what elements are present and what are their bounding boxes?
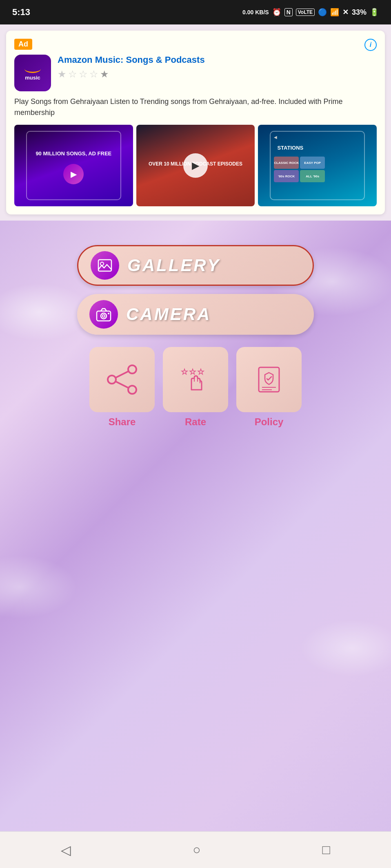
- volte-icon: VoLTE: [296, 9, 315, 16]
- alarm-icon: ⏰: [272, 8, 281, 17]
- svg-point-1: [100, 262, 104, 265]
- policy-label: Policy: [255, 416, 284, 428]
- share-icon-box: [89, 347, 155, 412]
- action-buttons-row: Share ★ ★ ★ Rate: [89, 347, 302, 428]
- ad-app-name[interactable]: Amazon Music: Songs & Podcasts: [58, 55, 205, 65]
- play-button[interactable]: ▶: [183, 153, 208, 178]
- svg-rect-0: [98, 260, 111, 271]
- svg-line-9: [116, 371, 128, 378]
- svg-point-8: [128, 386, 136, 394]
- battery-icon: 🔋: [370, 8, 379, 17]
- svg-rect-2: [97, 311, 111, 321]
- rate-icon-box: ★ ★ ★: [163, 347, 228, 412]
- rate-button[interactable]: ★ ★ ★ Rate: [163, 347, 228, 428]
- wifi-icon: 📶: [330, 8, 339, 17]
- camera-label: CAMERA: [126, 305, 211, 324]
- policy-icon-box: [236, 347, 302, 412]
- battery-display: 33%: [352, 8, 367, 17]
- ad-image-3[interactable]: ◀ STATIONS CLASSIC ROCK EASY POP '80s RO…: [258, 125, 377, 206]
- svg-point-5: [108, 313, 109, 314]
- ad-logo-text: music: [25, 75, 40, 81]
- back-button[interactable]: ◁: [61, 842, 71, 858]
- ad-image-1-text: 90 MILLION SONGS, AD FREE: [32, 147, 115, 161]
- ad-images: 90 MILLION SONGS, AD FREE ▶ OVER 10 MILL…: [14, 125, 377, 206]
- policy-button[interactable]: Policy: [236, 347, 302, 428]
- recent-button[interactable]: □: [322, 842, 330, 857]
- nfc-icon: N: [284, 8, 293, 16]
- ad-image-2[interactable]: OVER 10 MILLION PODCAST EPISODES ▶: [136, 125, 255, 206]
- share-button[interactable]: Share: [89, 347, 155, 428]
- gallery-icon: [91, 251, 119, 280]
- ad-badge: Ad: [14, 39, 32, 50]
- rate-label: Rate: [185, 416, 206, 428]
- svg-point-4: [102, 315, 105, 317]
- star-3: ☆: [79, 68, 88, 80]
- gallery-label: GALLERY: [127, 256, 220, 275]
- ad-container: Ad i music Amazon Music: Songs & Podcast…: [6, 31, 385, 214]
- ad-logo[interactable]: music: [14, 55, 51, 91]
- navigation-bar: ◁ ○ □: [0, 831, 391, 868]
- ad-info-icon[interactable]: i: [364, 39, 377, 51]
- star-5: ★: [100, 68, 109, 80]
- svg-point-7: [108, 375, 116, 384]
- bluetooth-icon: 🔵: [318, 8, 327, 17]
- ad-image-3-text: STATIONS: [274, 141, 307, 155]
- svg-point-3: [101, 313, 107, 319]
- time-display: 5:13: [12, 7, 30, 18]
- data-speed: 0.00 KB/S: [242, 9, 269, 15]
- status-bar: 5:13 0.00 KB/S ⏰ N VoLTE 🔵 📶 ✕ 33% 🔋: [0, 0, 391, 24]
- ad-header: music Amazon Music: Songs & Podcasts ★ ☆…: [14, 55, 377, 91]
- svg-text:★: ★: [189, 368, 196, 376]
- ad-description: Play Songs from Gehraiyaan Listen to Tre…: [14, 96, 377, 118]
- ad-image-1[interactable]: 90 MILLION SONGS, AD FREE ▶: [14, 125, 133, 206]
- svg-text:★: ★: [198, 368, 204, 376]
- camera-icon: [89, 300, 118, 329]
- main-section: GALLERY CAMERA: [0, 221, 391, 831]
- star-2: ☆: [68, 68, 77, 80]
- home-button[interactable]: ○: [193, 842, 200, 857]
- svg-point-6: [128, 365, 136, 373]
- star-4: ☆: [89, 68, 98, 80]
- ad-rating: ★ ☆ ☆ ☆ ★: [58, 68, 205, 80]
- signal-icon: ✕: [342, 8, 349, 17]
- gallery-button[interactable]: GALLERY: [77, 245, 314, 286]
- share-label: Share: [109, 416, 136, 428]
- star-1: ★: [58, 68, 67, 80]
- camera-button[interactable]: CAMERA: [77, 294, 314, 335]
- svg-line-10: [116, 382, 128, 388]
- svg-text:★: ★: [181, 368, 188, 376]
